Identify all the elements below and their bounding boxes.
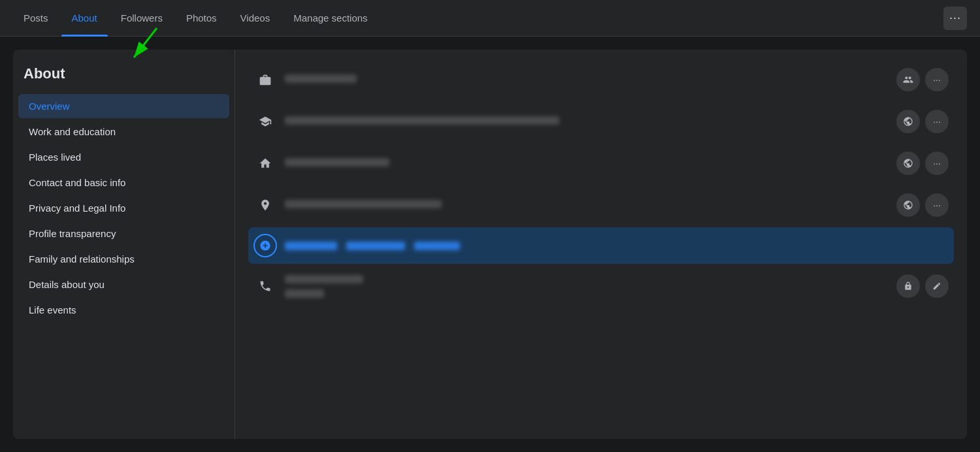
add-circle-icon — [253, 234, 277, 257]
info-row-phone — [248, 266, 954, 306]
more-dots-icon: ··· — [933, 158, 941, 169]
blurred-text — [285, 116, 559, 125]
nav-item-photos[interactable]: Photos — [176, 6, 227, 30]
nav-item-followers[interactable]: Followers — [110, 6, 173, 30]
more-dots-icon: ··· — [933, 116, 941, 127]
main-content: About Overview Work and education Places… — [0, 37, 980, 452]
sidebar-item-profile-transparency[interactable]: Profile transparency — [18, 221, 229, 246]
sidebar-item-work-education[interactable]: Work and education — [18, 120, 229, 144]
sidebar-title: About — [13, 60, 235, 93]
info-row-location: ··· — [248, 186, 954, 225]
sidebar-item-privacy-legal[interactable]: Privacy and Legal Info — [18, 196, 229, 220]
add-info-text — [285, 242, 460, 250]
info-text-work — [285, 74, 889, 86]
info-text-phone — [285, 274, 889, 298]
info-text-home — [285, 157, 889, 169]
sidebar-item-overview[interactable]: Overview — [18, 94, 229, 118]
blurred-text-phone-1 — [285, 275, 363, 283]
about-panel: About Overview Work and education Places… — [13, 50, 967, 439]
blurred-add-text-2 — [346, 242, 405, 250]
blurred-add-text-3 — [414, 242, 460, 250]
more-button-home[interactable]: ··· — [925, 152, 949, 175]
home-icon — [253, 152, 277, 175]
more-button-education[interactable]: ··· — [925, 110, 949, 133]
content-area: ··· ··· — [235, 50, 967, 439]
sidebar-item-places-lived[interactable]: Places lived — [18, 145, 229, 169]
add-info-row[interactable] — [248, 227, 954, 264]
lock-button-phone[interactable] — [896, 274, 920, 298]
edit-button-phone[interactable] — [925, 274, 949, 298]
sidebar-item-details-about-you[interactable]: Details about you — [18, 272, 229, 297]
sidebar-item-family-relationships[interactable]: Family and relationships — [18, 247, 229, 271]
info-row-education: ··· — [248, 102, 954, 141]
sidebar: About Overview Work and education Places… — [13, 50, 235, 439]
blurred-text-phone-2 — [285, 289, 324, 298]
nav-item-about[interactable]: About — [61, 6, 108, 30]
audience-button-education[interactable] — [896, 110, 920, 133]
sidebar-item-life-events[interactable]: Life events — [18, 298, 229, 322]
info-text-education — [285, 116, 889, 127]
blurred-text — [285, 158, 389, 167]
nav-item-posts[interactable]: Posts — [13, 6, 59, 30]
blurred-add-text-1 — [285, 242, 337, 250]
audience-button-home[interactable] — [896, 152, 920, 175]
briefcase-icon — [253, 68, 277, 91]
info-actions-education: ··· — [896, 110, 949, 133]
nav-items: Posts About Followers Photos Videos Mana… — [13, 6, 943, 30]
location-pin-icon — [253, 193, 277, 217]
more-dots-icon: ··· — [933, 74, 941, 85]
nav-item-manage-sections[interactable]: Manage sections — [283, 6, 378, 30]
more-button-work[interactable]: ··· — [925, 68, 949, 91]
top-navigation: Posts About Followers Photos Videos Mana… — [0, 0, 980, 37]
info-row-work: ··· — [248, 60, 954, 99]
info-text-location — [285, 199, 889, 211]
audience-button-location[interactable] — [896, 193, 920, 217]
info-actions-work: ··· — [896, 68, 949, 91]
phone-icon — [253, 274, 277, 298]
more-dots-icon: ··· — [933, 200, 941, 210]
info-actions-home: ··· — [896, 152, 949, 175]
more-button-location[interactable]: ··· — [925, 193, 949, 217]
blurred-text — [285, 200, 442, 208]
blurred-text — [285, 74, 357, 83]
info-actions-phone — [896, 274, 949, 298]
more-options-button[interactable]: ··· — [943, 7, 967, 30]
graduation-icon — [253, 110, 277, 133]
sidebar-item-contact-basic-info[interactable]: Contact and basic info — [18, 170, 229, 195]
audience-button-work[interactable] — [896, 68, 920, 91]
info-actions-location: ··· — [896, 193, 949, 217]
nav-item-videos[interactable]: Videos — [230, 6, 281, 30]
info-row-home: ··· — [248, 144, 954, 183]
